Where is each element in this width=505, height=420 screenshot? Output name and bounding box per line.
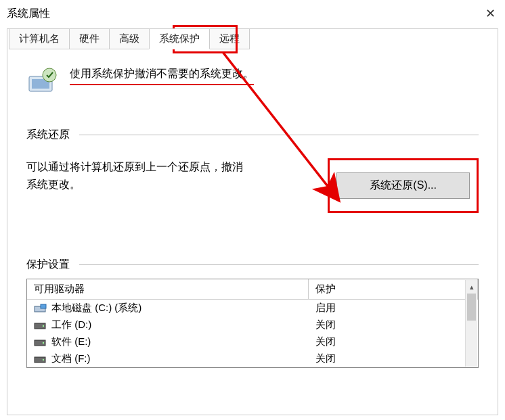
drive-name-cell: 文档 (F:) bbox=[27, 350, 309, 367]
description-text: 使用系统保护撤消不需要的系统更改。 bbox=[70, 67, 254, 85]
scroll-thumb[interactable] bbox=[467, 294, 476, 321]
section-protection-header: 保护设置 bbox=[26, 258, 479, 272]
tabs: 计算机名 硬件 高级 系统保护 远程 bbox=[9, 28, 249, 49]
drive-status-cell: 启用 bbox=[309, 300, 478, 317]
svg-rect-4 bbox=[41, 304, 46, 308]
section-restore-title: 系统还原 bbox=[26, 128, 70, 142]
drive-name: 文档 (F:) bbox=[51, 352, 91, 364]
system-drive-icon bbox=[34, 304, 47, 313]
table-row[interactable]: 软件 (E:)关闭 bbox=[27, 333, 478, 350]
drive-icon bbox=[34, 354, 47, 364]
drive-name-cell: 软件 (E:) bbox=[27, 333, 309, 350]
header-available-drives[interactable]: 可用驱动器 bbox=[27, 279, 309, 300]
section-restore-header: 系统还原 bbox=[26, 128, 479, 142]
tab-remote[interactable]: 远程 bbox=[209, 28, 250, 49]
drives-header: 可用驱动器 保护 bbox=[27, 279, 478, 300]
tab-hardware[interactable]: 硬件 bbox=[69, 28, 110, 49]
system-restore-button[interactable]: 系统还原(S)... bbox=[336, 172, 470, 199]
drive-icon bbox=[34, 321, 47, 330]
main-panel: 计算机名 硬件 高级 系统保护 远程 使用系统保护撤消不需要的系统更改。 系统还… bbox=[7, 28, 498, 415]
divider bbox=[79, 135, 479, 135]
header-protection[interactable]: 保护 bbox=[309, 279, 478, 300]
drive-name: 工作 (D:) bbox=[51, 319, 91, 330]
drive-name-cell: 工作 (D:) bbox=[27, 317, 309, 333]
drives-body: 本地磁盘 (C:) (系统)启用工作 (D:)关闭软件 (E:)关闭文档 (F:… bbox=[27, 300, 478, 367]
drive-status-cell: 关闭 bbox=[309, 333, 478, 350]
restore-button-highlight: 系统还原(S)... bbox=[328, 158, 479, 213]
drive-name-cell: 本地磁盘 (C:) (系统) bbox=[27, 300, 309, 317]
table-row[interactable]: 本地磁盘 (C:) (系统)启用 bbox=[27, 300, 478, 317]
window-title: 系统属性 bbox=[7, 7, 50, 21]
table-row[interactable]: 文档 (F:)关闭 bbox=[27, 350, 478, 367]
tab-computer-name[interactable]: 计算机名 bbox=[9, 28, 70, 49]
scrollbar[interactable]: ▴ bbox=[465, 280, 477, 367]
divider bbox=[79, 264, 479, 265]
restore-description: 可以通过将计算机还原到上一个还原点，撤消系统更改。 bbox=[26, 158, 250, 193]
svg-point-6 bbox=[43, 325, 44, 327]
svg-point-2 bbox=[43, 68, 56, 82]
svg-point-10 bbox=[43, 359, 44, 360]
drive-status-cell: 关闭 bbox=[309, 350, 478, 367]
description-row: 使用系统保护撤消不需要的系统更改。 bbox=[26, 67, 479, 94]
tab-system-protection[interactable]: 系统保护 bbox=[149, 28, 210, 49]
drive-name: 软件 (E:) bbox=[51, 335, 91, 347]
drives-table: 可用驱动器 保护 本地磁盘 (C:) (系统)启用工作 (D:)关闭软件 (E:… bbox=[26, 279, 479, 368]
tab-advanced[interactable]: 高级 bbox=[109, 28, 150, 49]
shield-icon bbox=[26, 67, 59, 94]
drive-name: 本地磁盘 (C:) (系统) bbox=[51, 302, 141, 313]
drive-icon bbox=[34, 337, 47, 347]
table-row[interactable]: 工作 (D:)关闭 bbox=[27, 317, 478, 333]
drive-status-cell: 关闭 bbox=[309, 317, 478, 333]
close-icon[interactable]: ✕ bbox=[482, 5, 498, 22]
section-protection-title: 保护设置 bbox=[26, 258, 70, 272]
svg-point-8 bbox=[43, 342, 44, 344]
scroll-up-icon[interactable]: ▴ bbox=[466, 280, 477, 294]
